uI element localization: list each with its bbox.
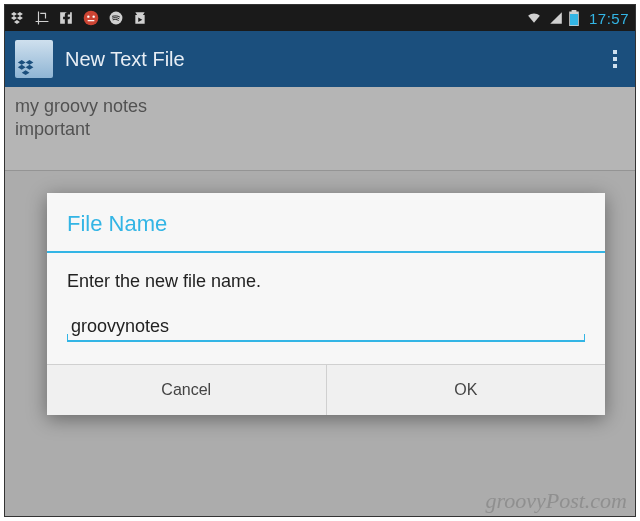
dialog-message: Enter the new file name.: [47, 253, 605, 300]
svg-rect-4: [570, 14, 578, 25]
facebook-icon: [59, 11, 73, 25]
file-name-dialog: File Name Enter the new file name. Cance…: [47, 193, 605, 415]
svg-point-2: [92, 15, 94, 17]
dropbox-icon: [11, 11, 25, 25]
ok-button[interactable]: OK: [326, 365, 606, 415]
page-title: New Text File: [65, 48, 605, 71]
dialog-button-row: Cancel OK: [47, 364, 605, 415]
cancel-button[interactable]: Cancel: [47, 365, 326, 415]
signal-icon: [549, 11, 563, 25]
status-bar: 17:57: [5, 5, 635, 31]
clock: 17:57: [589, 10, 629, 27]
svg-point-0: [84, 11, 99, 26]
file-name-input[interactable]: [67, 310, 585, 342]
device-frame: 17:57 New Text File my groovy notes impo…: [4, 4, 636, 517]
status-left-icons: [11, 10, 525, 26]
face-icon: [83, 10, 99, 26]
spotify-icon: [109, 11, 123, 25]
overflow-menu-button[interactable]: [605, 50, 625, 68]
play-store-icon: [133, 11, 147, 25]
crop-icon: [35, 11, 49, 25]
wifi-icon: [525, 11, 543, 25]
dialog-title: File Name: [47, 193, 605, 251]
dropbox-icon: [17, 60, 37, 76]
app-icon[interactable]: [15, 40, 53, 78]
battery-icon: [569, 10, 579, 26]
svg-point-1: [87, 15, 89, 17]
status-right-icons: 17:57: [525, 10, 629, 27]
action-bar: New Text File: [5, 31, 635, 87]
